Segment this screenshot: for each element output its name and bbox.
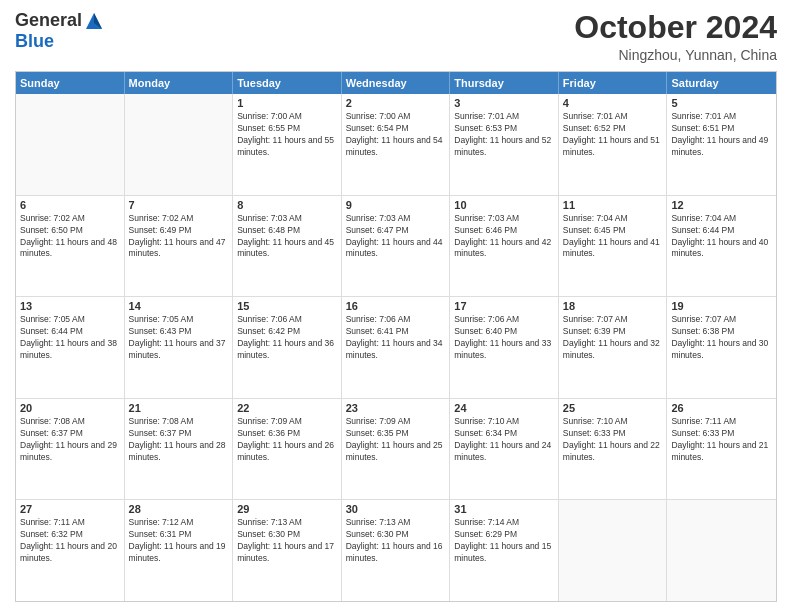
day-number: 28 xyxy=(129,503,229,515)
calendar-body: 1Sunrise: 7:00 AM Sunset: 6:55 PM Daylig… xyxy=(16,94,776,601)
calendar-cell: 11Sunrise: 7:04 AM Sunset: 6:45 PM Dayli… xyxy=(559,196,668,297)
calendar-row-4: 27Sunrise: 7:11 AM Sunset: 6:32 PM Dayli… xyxy=(16,500,776,601)
header-cell-saturday: Saturday xyxy=(667,72,776,94)
calendar-cell: 2Sunrise: 7:00 AM Sunset: 6:54 PM Daylig… xyxy=(342,94,451,195)
cell-text: Sunrise: 7:06 AM Sunset: 6:40 PM Dayligh… xyxy=(454,314,554,362)
cell-text: Sunrise: 7:03 AM Sunset: 6:47 PM Dayligh… xyxy=(346,213,446,261)
day-number: 8 xyxy=(237,199,337,211)
cell-text: Sunrise: 7:01 AM Sunset: 6:51 PM Dayligh… xyxy=(671,111,772,159)
calendar-cell: 22Sunrise: 7:09 AM Sunset: 6:36 PM Dayli… xyxy=(233,399,342,500)
day-number: 12 xyxy=(671,199,772,211)
day-number: 15 xyxy=(237,300,337,312)
calendar-cell: 18Sunrise: 7:07 AM Sunset: 6:39 PM Dayli… xyxy=(559,297,668,398)
calendar-cell: 24Sunrise: 7:10 AM Sunset: 6:34 PM Dayli… xyxy=(450,399,559,500)
calendar-cell: 25Sunrise: 7:10 AM Sunset: 6:33 PM Dayli… xyxy=(559,399,668,500)
day-number: 3 xyxy=(454,97,554,109)
calendar-row-2: 13Sunrise: 7:05 AM Sunset: 6:44 PM Dayli… xyxy=(16,297,776,399)
calendar-cell: 10Sunrise: 7:03 AM Sunset: 6:46 PM Dayli… xyxy=(450,196,559,297)
calendar-cell xyxy=(667,500,776,601)
day-number: 19 xyxy=(671,300,772,312)
day-number: 29 xyxy=(237,503,337,515)
calendar-cell: 6Sunrise: 7:02 AM Sunset: 6:50 PM Daylig… xyxy=(16,196,125,297)
calendar-row-1: 6Sunrise: 7:02 AM Sunset: 6:50 PM Daylig… xyxy=(16,196,776,298)
cell-text: Sunrise: 7:13 AM Sunset: 6:30 PM Dayligh… xyxy=(237,517,337,565)
header-cell-tuesday: Tuesday xyxy=(233,72,342,94)
calendar-cell: 5Sunrise: 7:01 AM Sunset: 6:51 PM Daylig… xyxy=(667,94,776,195)
day-number: 26 xyxy=(671,402,772,414)
day-number: 9 xyxy=(346,199,446,211)
calendar-cell: 12Sunrise: 7:04 AM Sunset: 6:44 PM Dayli… xyxy=(667,196,776,297)
calendar-cell: 14Sunrise: 7:05 AM Sunset: 6:43 PM Dayli… xyxy=(125,297,234,398)
logo-icon xyxy=(84,11,104,31)
cell-text: Sunrise: 7:08 AM Sunset: 6:37 PM Dayligh… xyxy=(20,416,120,464)
cell-text: Sunrise: 7:04 AM Sunset: 6:45 PM Dayligh… xyxy=(563,213,663,261)
page: General Blue October 2024 Ningzhou, Yunn… xyxy=(0,0,792,612)
day-number: 30 xyxy=(346,503,446,515)
cell-text: Sunrise: 7:10 AM Sunset: 6:34 PM Dayligh… xyxy=(454,416,554,464)
cell-text: Sunrise: 7:08 AM Sunset: 6:37 PM Dayligh… xyxy=(129,416,229,464)
location: Ningzhou, Yunnan, China xyxy=(574,47,777,63)
calendar-cell: 30Sunrise: 7:13 AM Sunset: 6:30 PM Dayli… xyxy=(342,500,451,601)
day-number: 4 xyxy=(563,97,663,109)
cell-text: Sunrise: 7:00 AM Sunset: 6:55 PM Dayligh… xyxy=(237,111,337,159)
cell-text: Sunrise: 7:05 AM Sunset: 6:44 PM Dayligh… xyxy=(20,314,120,362)
day-number: 10 xyxy=(454,199,554,211)
day-number: 5 xyxy=(671,97,772,109)
calendar-cell: 8Sunrise: 7:03 AM Sunset: 6:48 PM Daylig… xyxy=(233,196,342,297)
calendar-cell: 15Sunrise: 7:06 AM Sunset: 6:42 PM Dayli… xyxy=(233,297,342,398)
cell-text: Sunrise: 7:12 AM Sunset: 6:31 PM Dayligh… xyxy=(129,517,229,565)
cell-text: Sunrise: 7:07 AM Sunset: 6:38 PM Dayligh… xyxy=(671,314,772,362)
day-number: 1 xyxy=(237,97,337,109)
cell-text: Sunrise: 7:01 AM Sunset: 6:53 PM Dayligh… xyxy=(454,111,554,159)
calendar-cell: 9Sunrise: 7:03 AM Sunset: 6:47 PM Daylig… xyxy=(342,196,451,297)
calendar-cell: 31Sunrise: 7:14 AM Sunset: 6:29 PM Dayli… xyxy=(450,500,559,601)
day-number: 13 xyxy=(20,300,120,312)
calendar-cell: 3Sunrise: 7:01 AM Sunset: 6:53 PM Daylig… xyxy=(450,94,559,195)
day-number: 20 xyxy=(20,402,120,414)
cell-text: Sunrise: 7:01 AM Sunset: 6:52 PM Dayligh… xyxy=(563,111,663,159)
calendar-cell: 21Sunrise: 7:08 AM Sunset: 6:37 PM Dayli… xyxy=(125,399,234,500)
day-number: 2 xyxy=(346,97,446,109)
calendar-cell: 20Sunrise: 7:08 AM Sunset: 6:37 PM Dayli… xyxy=(16,399,125,500)
cell-text: Sunrise: 7:09 AM Sunset: 6:36 PM Dayligh… xyxy=(237,416,337,464)
day-number: 17 xyxy=(454,300,554,312)
day-number: 16 xyxy=(346,300,446,312)
calendar-header: SundayMondayTuesdayWednesdayThursdayFrid… xyxy=(16,72,776,94)
day-number: 7 xyxy=(129,199,229,211)
title-block: October 2024 Ningzhou, Yunnan, China xyxy=(574,10,777,63)
calendar-cell xyxy=(16,94,125,195)
calendar-cell: 13Sunrise: 7:05 AM Sunset: 6:44 PM Dayli… xyxy=(16,297,125,398)
cell-text: Sunrise: 7:13 AM Sunset: 6:30 PM Dayligh… xyxy=(346,517,446,565)
calendar-cell: 17Sunrise: 7:06 AM Sunset: 6:40 PM Dayli… xyxy=(450,297,559,398)
day-number: 27 xyxy=(20,503,120,515)
calendar-cell: 4Sunrise: 7:01 AM Sunset: 6:52 PM Daylig… xyxy=(559,94,668,195)
calendar-cell: 7Sunrise: 7:02 AM Sunset: 6:49 PM Daylig… xyxy=(125,196,234,297)
calendar-cell xyxy=(559,500,668,601)
cell-text: Sunrise: 7:03 AM Sunset: 6:48 PM Dayligh… xyxy=(237,213,337,261)
day-number: 14 xyxy=(129,300,229,312)
header-cell-friday: Friday xyxy=(559,72,668,94)
cell-text: Sunrise: 7:10 AM Sunset: 6:33 PM Dayligh… xyxy=(563,416,663,464)
cell-text: Sunrise: 7:06 AM Sunset: 6:42 PM Dayligh… xyxy=(237,314,337,362)
header-cell-sunday: Sunday xyxy=(16,72,125,94)
calendar: SundayMondayTuesdayWednesdayThursdayFrid… xyxy=(15,71,777,602)
calendar-cell: 1Sunrise: 7:00 AM Sunset: 6:55 PM Daylig… xyxy=(233,94,342,195)
day-number: 22 xyxy=(237,402,337,414)
header-cell-monday: Monday xyxy=(125,72,234,94)
day-number: 23 xyxy=(346,402,446,414)
cell-text: Sunrise: 7:11 AM Sunset: 6:33 PM Dayligh… xyxy=(671,416,772,464)
header-cell-wednesday: Wednesday xyxy=(342,72,451,94)
day-number: 6 xyxy=(20,199,120,211)
month-title: October 2024 xyxy=(574,10,777,45)
logo: General Blue xyxy=(15,10,104,52)
cell-text: Sunrise: 7:11 AM Sunset: 6:32 PM Dayligh… xyxy=(20,517,120,565)
cell-text: Sunrise: 7:14 AM Sunset: 6:29 PM Dayligh… xyxy=(454,517,554,565)
calendar-cell: 29Sunrise: 7:13 AM Sunset: 6:30 PM Dayli… xyxy=(233,500,342,601)
day-number: 18 xyxy=(563,300,663,312)
calendar-cell: 27Sunrise: 7:11 AM Sunset: 6:32 PM Dayli… xyxy=(16,500,125,601)
day-number: 25 xyxy=(563,402,663,414)
cell-text: Sunrise: 7:06 AM Sunset: 6:41 PM Dayligh… xyxy=(346,314,446,362)
day-number: 11 xyxy=(563,199,663,211)
calendar-cell: 26Sunrise: 7:11 AM Sunset: 6:33 PM Dayli… xyxy=(667,399,776,500)
day-number: 31 xyxy=(454,503,554,515)
